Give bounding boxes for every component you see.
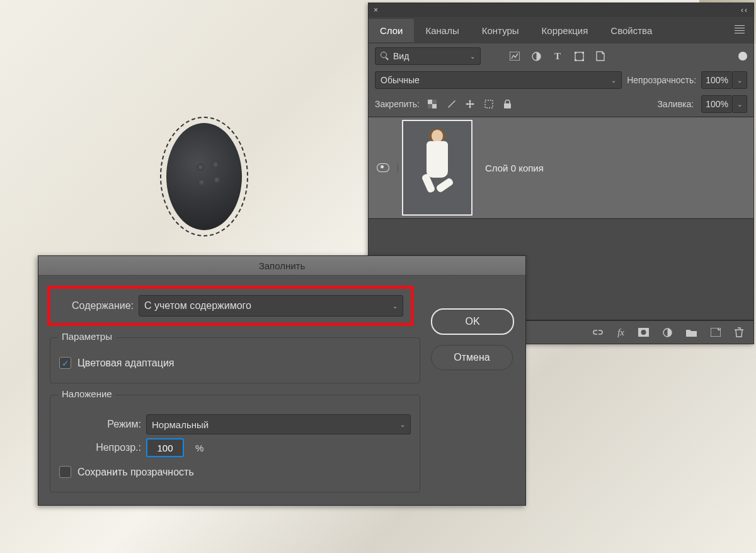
opacity-label: Непрозр.: xyxy=(59,442,141,453)
opacity-stepper[interactable]: ⌄ xyxy=(733,71,747,89)
layer-row[interactable]: Слой 0 копия xyxy=(369,117,753,219)
chevron-down-icon: ⌄ xyxy=(392,303,398,310)
layer-mask-icon[interactable] xyxy=(638,328,649,337)
layer-visibility-toggle[interactable] xyxy=(369,163,398,172)
svg-rect-8 xyxy=(432,104,437,108)
chevron-down-icon: ⌄ xyxy=(400,421,405,428)
tab-adjustments[interactable]: Коррекция xyxy=(530,19,600,42)
panel-close-icon[interactable]: × xyxy=(374,6,378,15)
filter-pixel-icon[interactable] xyxy=(510,51,520,61)
blend-mode-dropdown[interactable]: Обычные ⌄ xyxy=(375,71,622,89)
marquee-selection[interactable] xyxy=(160,117,248,236)
svg-rect-7 xyxy=(428,100,432,104)
fill-value[interactable]: 100% xyxy=(701,95,733,113)
ok-button[interactable]: OK xyxy=(431,308,514,335)
layer-thumbnail[interactable] xyxy=(402,120,472,216)
content-value: С учетом содержимого xyxy=(144,300,251,311)
svg-rect-4 xyxy=(582,52,584,54)
cancel-button[interactable]: Отмена xyxy=(431,345,513,370)
layer-kind-dropdown[interactable]: Вид ⌄ xyxy=(375,47,481,65)
lock-position-icon[interactable] xyxy=(465,99,475,109)
filter-toggle[interactable] xyxy=(738,52,747,61)
filter-type-icon[interactable]: T xyxy=(553,51,563,61)
new-group-icon[interactable] xyxy=(686,329,697,337)
opacity-label: Непрозрачность: xyxy=(627,75,696,85)
content-row-highlight: Содержание: С учетом содержимого ⌄ xyxy=(47,286,414,326)
tab-channels[interactable]: Каналы xyxy=(414,19,470,42)
fill-label: Заливка: xyxy=(657,99,694,109)
fabric-button-image xyxy=(166,123,242,230)
new-layer-icon[interactable] xyxy=(711,328,721,337)
layer-kind-label: Вид xyxy=(393,51,409,61)
tab-properties[interactable]: Свойства xyxy=(599,19,663,42)
blending-group: Наложение Режим: Нормальный ⌄ Непрозр.: … xyxy=(50,395,420,492)
lock-transparency-icon[interactable] xyxy=(427,99,437,109)
svg-rect-9 xyxy=(432,100,437,104)
lock-image-icon[interactable] xyxy=(446,99,456,109)
link-layers-icon[interactable] xyxy=(592,329,604,336)
blending-group-title: Наложение xyxy=(58,388,116,399)
tab-paths[interactable]: Контуры xyxy=(471,19,530,42)
layer-name[interactable]: Слой 0 копия xyxy=(485,163,544,173)
dialog-title: Заполнить xyxy=(38,256,525,276)
blend-mode-value: Обычные xyxy=(381,75,420,85)
color-adaptation-checkbox[interactable] xyxy=(59,357,71,369)
panel-menu-icon[interactable] xyxy=(726,17,753,44)
svg-rect-10 xyxy=(428,104,432,108)
filter-smartobject-icon[interactable] xyxy=(595,51,605,61)
content-label: Содержание: xyxy=(58,300,134,311)
svg-rect-11 xyxy=(485,100,493,108)
lock-all-icon[interactable] xyxy=(503,99,513,109)
mode-value: Нормальный xyxy=(152,419,209,430)
svg-rect-6 xyxy=(582,59,584,61)
content-dropdown[interactable]: С учетом содержимого ⌄ xyxy=(139,295,403,317)
panel-collapse-icon[interactable]: ‹‹ xyxy=(741,6,748,15)
fill-stepper[interactable]: ⌄ xyxy=(733,95,747,113)
svg-point-14 xyxy=(641,330,646,335)
preserve-transparency-label: Сохранить прозрачность xyxy=(77,467,194,478)
delete-layer-icon[interactable] xyxy=(735,327,743,337)
fill-dialog: Заполнить Содержание: С учетом содержимо… xyxy=(38,255,526,506)
preserve-transparency-checkbox[interactable] xyxy=(59,466,71,478)
lock-label: Закрепить: xyxy=(375,99,420,109)
chevron-down-icon: ⌄ xyxy=(611,77,616,84)
filter-shape-icon[interactable] xyxy=(574,51,584,61)
svg-rect-12 xyxy=(504,103,511,108)
filter-adjustment-icon[interactable] xyxy=(531,51,541,61)
color-adaptation-label: Цветовая адаптация xyxy=(77,358,175,369)
adjustment-layer-icon[interactable] xyxy=(663,328,672,337)
layer-style-icon[interactable]: fx xyxy=(617,327,624,338)
eye-icon xyxy=(377,163,389,172)
svg-rect-16 xyxy=(711,328,721,337)
opacity-input[interactable]: 100 xyxy=(146,438,184,457)
svg-rect-0 xyxy=(510,52,520,61)
options-group: Параметры Цветовая адаптация xyxy=(50,337,420,383)
search-icon xyxy=(381,52,389,61)
opacity-value[interactable]: 100% xyxy=(701,71,733,89)
mode-dropdown[interactable]: Нормальный ⌄ xyxy=(146,414,411,434)
chevron-down-icon: ⌄ xyxy=(470,53,475,60)
tab-layers[interactable]: Слои xyxy=(369,19,414,42)
svg-rect-3 xyxy=(575,52,576,54)
mode-label: Режим: xyxy=(59,419,141,430)
lock-artboard-icon[interactable] xyxy=(484,99,494,109)
options-group-title: Параметры xyxy=(58,331,116,342)
svg-rect-5 xyxy=(575,59,576,61)
percent-label: % xyxy=(195,443,203,453)
panel-tabs: Слои Каналы Контуры Коррекция Свойства xyxy=(369,17,753,44)
